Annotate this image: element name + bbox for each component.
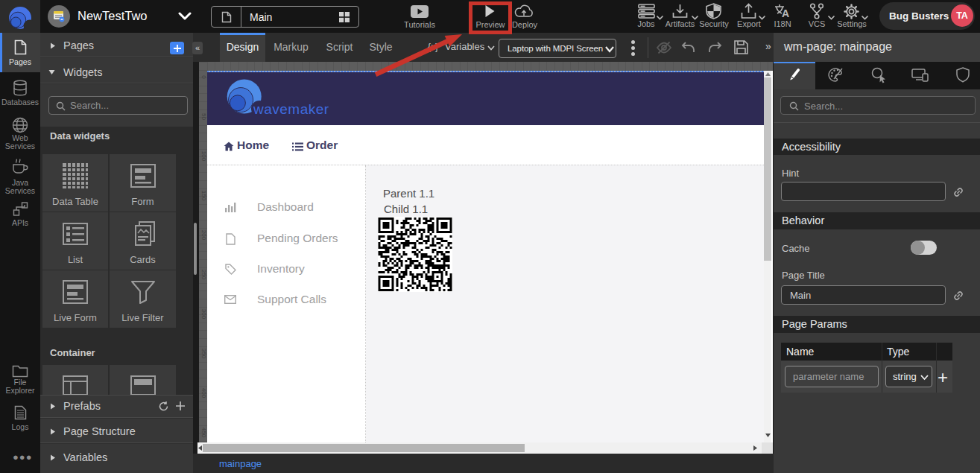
svg-text:A: A (782, 7, 789, 19)
